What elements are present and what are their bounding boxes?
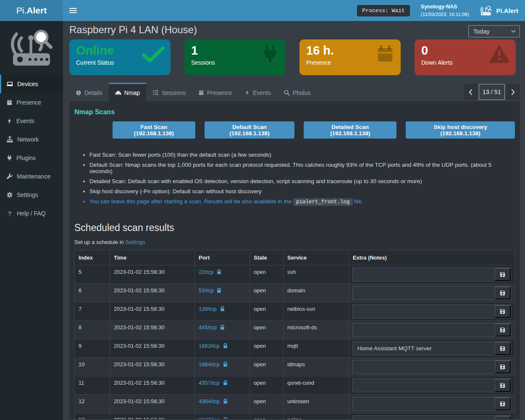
table-row: 6 2023-01-02 15:56:30 53/tcp open domain [75, 284, 515, 302]
save-note-button[interactable] [495, 379, 511, 392]
nmap-tab-panel: Nmap Scans Fast Scan (192.168.1.138) Def… [69, 101, 520, 419]
save-icon [499, 271, 506, 278]
tab-events[interactable]: Events [238, 83, 277, 101]
cell-port: 445/tcp [195, 321, 250, 339]
cell-port: 8123/tcp [195, 413, 250, 420]
gear-icon [6, 192, 13, 198]
cell-index: 11 [75, 376, 110, 395]
table-row: 8 2023-01-02 15:56:30 445/tcp open micro… [75, 321, 515, 339]
cell-port: 1884/tcp [195, 358, 250, 376]
save-note-button[interactable] [495, 397, 511, 410]
sidebar-item-network[interactable]: Network [0, 130, 63, 149]
sitemap-icon [6, 136, 13, 143]
save-icon [499, 308, 506, 315]
check-icon [142, 46, 165, 63]
note-input[interactable] [353, 286, 495, 299]
detailed-scan-button[interactable]: Detailed Scan (192.168.1.138) [304, 121, 396, 139]
sidebar-item-plugins[interactable]: Plugins [0, 149, 63, 167]
note-input[interactable] [353, 416, 495, 419]
note-input[interactable] [353, 397, 495, 410]
cell-index: 6 [75, 284, 110, 302]
cell-service: domain [284, 284, 349, 302]
sidebar: Devices Presence Events [0, 21, 63, 420]
card-presence[interactable]: 16 h. Presence [299, 39, 401, 75]
note-input[interactable] [353, 379, 495, 392]
note-input[interactable] [353, 305, 495, 318]
cell-time: 2023-01-02 15:56:30 [110, 339, 195, 358]
tab-sessions[interactable]: Sessions [146, 83, 192, 101]
port-link[interactable]: 139/tcp [199, 306, 225, 312]
cell-service: microsoft-ds [284, 321, 349, 339]
period-select[interactable]: Today [468, 25, 520, 37]
port-link[interactable]: 1883/tcp [199, 343, 228, 349]
scan-note: Default Scan: Nmap scans the top 1,000 p… [89, 162, 515, 174]
note-input[interactable] [353, 360, 495, 373]
cell-notes [349, 302, 515, 321]
tab-label: Nmap [124, 89, 140, 96]
user-menu[interactable]: Pi.Alert [480, 5, 518, 16]
tab-presence[interactable]: Presence [192, 83, 238, 101]
cell-time: 2023-01-02 15:56:30 [110, 413, 195, 420]
save-note-button[interactable] [495, 286, 511, 299]
bolt-icon [6, 118, 13, 124]
port-link[interactable]: 4384/tcp [199, 398, 228, 404]
router-search-icon [480, 5, 492, 16]
port-link[interactable]: 1884/tcp [199, 361, 228, 368]
skip-host-discovery-button[interactable]: Skip host discovery (192.168.1.138) [406, 121, 515, 139]
tab-label: Events [253, 89, 271, 96]
port-link[interactable]: 53/tcp [199, 287, 222, 294]
cell-notes [349, 265, 515, 284]
sidebar-item-label: Events [16, 118, 34, 124]
note-input[interactable] [353, 323, 495, 336]
log-hint-text: file. [353, 198, 363, 205]
card-down-alerts[interactable]: 0 Down Alerts [415, 39, 516, 75]
default-scan-button[interactable]: Default Scan (192.168.1.138) [205, 121, 294, 139]
host-info: Synology-NAS (11/03/2023, 16:11:08) [421, 3, 469, 18]
bolt-icon [244, 89, 250, 96]
sidebar-item-help[interactable]: ? Help / FAQ [0, 204, 63, 223]
port-link[interactable]: 4357/tcp [199, 380, 228, 386]
sidebar-item-settings[interactable]: Settings [0, 186, 63, 204]
cell-notes [349, 376, 515, 395]
lock-icon [223, 380, 228, 386]
sidebar-item-events[interactable]: Events [0, 112, 63, 130]
port-link[interactable]: 8123/tcp [199, 417, 228, 419]
col-header-state: State [250, 250, 284, 265]
scan-note: Skip host discovery (-Pn option): Defaul… [89, 188, 515, 194]
save-note-button[interactable] [495, 323, 511, 336]
table-row: 10 2023-01-02 15:56:30 1884/tcp open idm… [75, 358, 515, 376]
sidebar-item-presence[interactable]: Presence [0, 93, 63, 112]
tab-details[interactable]: Details [69, 83, 109, 101]
card-sessions[interactable]: 1 Sessions [184, 39, 286, 75]
plug-icon [6, 155, 13, 161]
table-header-row: Index Time Port State Service Extra (Not… [75, 250, 515, 265]
hamburger-menu-icon[interactable] [69, 7, 77, 14]
tab-nmap[interactable]: Nmap [109, 83, 146, 101]
info-icon [76, 90, 81, 96]
card-current-status[interactable]: Online Current Status [69, 39, 171, 75]
save-note-button[interactable] [495, 360, 511, 373]
calendar-icon [6, 99, 13, 106]
prev-device-button[interactable] [464, 84, 478, 100]
note-input[interactable] [353, 268, 495, 281]
cell-notes [349, 358, 515, 376]
save-note-button[interactable] [495, 416, 511, 419]
tab-pholus[interactable]: Pholus [277, 83, 317, 101]
lock-icon [220, 306, 225, 312]
port-link[interactable]: 22/tcp [199, 269, 222, 275]
save-note-button[interactable] [495, 305, 511, 318]
sidebar-item-devices[interactable]: Devices [0, 75, 63, 93]
sidebar-item-maintenance[interactable]: Maintenance [0, 167, 63, 186]
note-input[interactable] [353, 342, 495, 355]
save-note-button[interactable] [495, 342, 511, 355]
cell-state: open [250, 358, 284, 376]
fast-scan-button[interactable]: Fast Scan (192.168.1.138) [113, 121, 195, 139]
port-link[interactable]: 445/tcp [199, 324, 225, 331]
app-logo[interactable]: Pi.Alert [0, 0, 63, 21]
sidebar-item-label: Help / FAQ [17, 210, 45, 217]
settings-link[interactable]: Settings [125, 239, 145, 245]
tab-label: Sessions [162, 89, 186, 96]
cell-state: open [250, 395, 284, 413]
next-device-button[interactable] [506, 84, 520, 100]
save-note-button[interactable] [495, 268, 511, 281]
